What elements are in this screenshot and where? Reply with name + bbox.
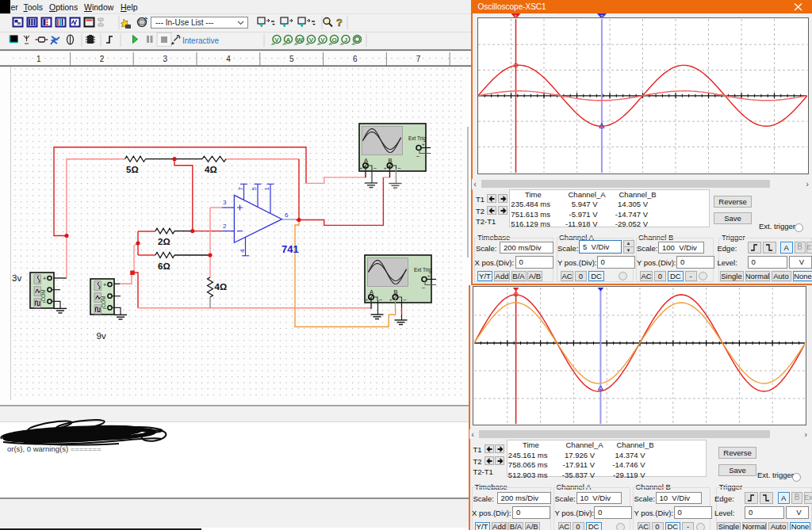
svg-text:–: – xyxy=(398,165,401,170)
svg-text:7: 7 xyxy=(416,55,421,63)
svg-text:3: 3 xyxy=(223,199,227,206)
svg-text:–: – xyxy=(416,153,419,158)
svg-text:6Ω: 6Ω xyxy=(158,261,170,271)
svg-text:+: + xyxy=(103,281,107,288)
svg-text:–: – xyxy=(404,296,407,302)
svg-text:7: 7 xyxy=(237,186,244,190)
svg-text:4: 4 xyxy=(226,55,231,63)
svg-text:V: V xyxy=(309,36,314,44)
svg-text:–: – xyxy=(373,165,377,170)
svg-text:+: + xyxy=(366,297,369,302)
svg-text:+: + xyxy=(360,166,363,170)
svg-text:+: + xyxy=(384,166,387,170)
svg-text:+: + xyxy=(422,142,425,147)
svg-text:–: – xyxy=(379,296,382,302)
svg-text:+: + xyxy=(389,297,393,302)
svg-text:6: 6 xyxy=(285,212,289,219)
svg-text:O: O xyxy=(331,36,336,44)
svg-text:4Ω: 4Ω xyxy=(215,282,228,292)
svg-text:2: 2 xyxy=(223,223,227,230)
svg-text:A: A xyxy=(286,36,291,44)
svg-text:5Ω: 5Ω xyxy=(126,165,139,174)
svg-text:+: + xyxy=(43,275,47,282)
svg-text:J: J xyxy=(344,36,347,44)
svg-text:4Ω: 4Ω xyxy=(205,165,217,174)
svg-text:2: 2 xyxy=(100,55,105,63)
svg-text:1: 1 xyxy=(36,55,41,63)
svg-text:1: 1 xyxy=(263,186,270,190)
svg-text:V: V xyxy=(320,36,325,44)
svg-text:3: 3 xyxy=(163,55,168,63)
svg-text:9v: 9v xyxy=(97,331,106,341)
svg-text:6: 6 xyxy=(353,55,358,63)
svg-text:+: + xyxy=(427,273,431,278)
svg-text:3v: 3v xyxy=(12,273,21,283)
svg-text:?: ? xyxy=(336,17,343,29)
svg-text:5: 5 xyxy=(251,186,258,190)
svg-text:W: W xyxy=(297,36,303,44)
svg-text:741: 741 xyxy=(282,243,299,255)
svg-text:5: 5 xyxy=(289,55,294,63)
svg-text:COM: COM xyxy=(40,289,46,301)
svg-text:V: V xyxy=(274,36,279,44)
svg-text:–: – xyxy=(422,284,425,290)
svg-text:2Ω: 2Ω xyxy=(158,237,170,246)
svg-text:4: 4 xyxy=(239,249,246,253)
svg-text:COM: COM xyxy=(101,296,106,307)
